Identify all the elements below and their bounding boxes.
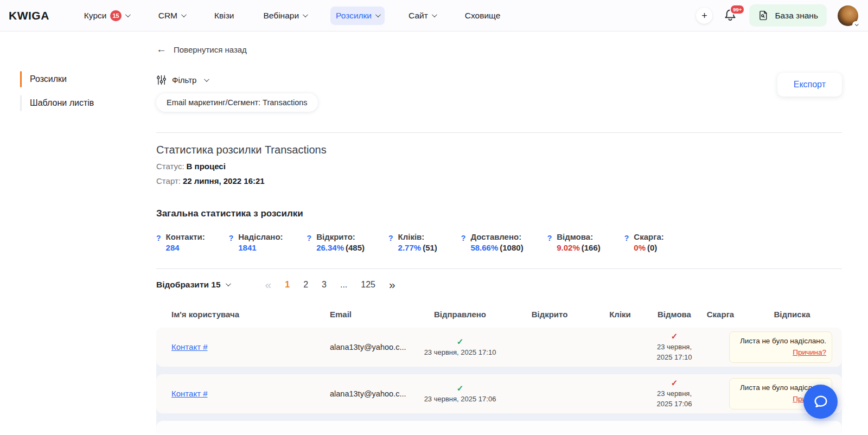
stat-value: 58.66%: [470, 243, 498, 252]
knowledge-base-button[interactable]: База знань: [749, 4, 827, 27]
indicator: [20, 95, 22, 111]
chevron-down-icon: [181, 12, 187, 17]
help-icon[interactable]: ?: [461, 234, 466, 252]
add-button[interactable]: +: [696, 8, 712, 24]
topbar-right: + 99+ База знань: [696, 4, 858, 27]
back-link-label: Повернутися назад: [174, 45, 247, 54]
avatar[interactable]: [838, 5, 858, 26]
nav-item-courses[interactable]: Курси 15: [79, 6, 135, 25]
help-icon[interactable]: ?: [388, 234, 393, 252]
chevron-down-icon: [204, 76, 209, 82]
sent-date: 23 червня, 2025 17:06: [411, 394, 509, 405]
nav-item-webinars[interactable]: Вебінари: [258, 7, 312, 25]
sent-check-icon: ✓: [411, 337, 509, 347]
sent-date: 23 червня, 2025 17:10: [411, 348, 509, 358]
top-navigation-bar: KWIGA Курси 15 CRM Квізи Вебінари Розсил…: [0, 0, 868, 31]
stat-value: 26.34%: [316, 243, 344, 252]
filter-toggle[interactable]: Фільтр: [156, 75, 318, 85]
stat-extra: (485): [346, 243, 365, 252]
page: KWIGA Курси 15 CRM Квізи Вебінари Розсил…: [0, 0, 868, 435]
nav-label: CRM: [158, 11, 177, 21]
help-icon[interactable]: ?: [156, 234, 161, 252]
nav-label: Сайт: [409, 11, 428, 21]
stat-extra: (1080): [500, 243, 523, 252]
nav-item-storage[interactable]: Сховище: [459, 7, 506, 25]
unsubscribe-notice: Листа не було надіслано. Причина?: [729, 331, 832, 363]
bounce-date-line2: 2025 17:10: [650, 353, 699, 363]
nav-item-site[interactable]: Сайт: [403, 7, 441, 25]
nav-label: Курси: [84, 11, 107, 21]
column-header-unsubscribe: Відписка: [742, 310, 842, 319]
stat-label: Надіслано:: [238, 232, 283, 241]
column-header-complaint: Скарга: [699, 310, 742, 319]
sent-check-icon: ✓: [411, 383, 509, 393]
main-content: ← Повернутися назад Фільтр Email маркети: [156, 31, 868, 435]
reason-link[interactable]: Причина?: [793, 348, 826, 356]
email-cell: alana13ty@yahoo.c...: [319, 343, 411, 351]
help-icon[interactable]: ?: [229, 234, 234, 252]
avatar-menu-chevron[interactable]: [852, 21, 860, 29]
unsubscribe-cell: Листа не було надіслано. Причина?: [742, 331, 842, 363]
notifications-button[interactable]: 99+: [723, 8, 738, 23]
stat-extra: (166): [582, 243, 601, 252]
sidebar-item-label: Розсилки: [30, 74, 67, 84]
export-button[interactable]: Експорт: [777, 73, 842, 97]
recipients-table: Ім'я користувача Email Відправлено Відкр…: [156, 302, 842, 434]
page-size-label: Відобразити 15: [156, 280, 221, 290]
chevron-down-icon: [125, 12, 131, 17]
stat-complaint: ? Скарга: 0%(0): [624, 232, 664, 252]
kwiga-logo[interactable]: KWIGA: [9, 9, 49, 22]
contact-link[interactable]: Контакт #: [171, 389, 208, 398]
pager-page-2[interactable]: 2: [303, 280, 308, 290]
divider: [156, 132, 842, 133]
stat-value: 284: [166, 243, 180, 252]
stats-row: ? Контакти: 284 ? Надіслано: 1841 ? Відк…: [156, 232, 842, 252]
back-link[interactable]: ← Повернутися назад: [156, 43, 842, 55]
stat-contacts: ? Контакти: 284: [156, 232, 205, 252]
sent-cell: ✓ 23 червня, 2025 17:06: [411, 383, 509, 405]
pager-next-button[interactable]: »: [389, 279, 395, 290]
column-header-name: Ім'я користувача: [156, 310, 319, 319]
pager: « 1 2 3 ... 125 »: [265, 279, 395, 290]
main-nav: Курси 15 CRM Квізи Вебінари Розсилки Сай…: [79, 6, 506, 25]
table-row: Контакт # alana13ty@yahoo.c... ✓ 23 черв…: [156, 374, 842, 413]
column-header-clicks: Кліки: [590, 310, 650, 319]
unsubscribe-text: Листа не було надіслано.: [740, 337, 826, 345]
pager-page-1[interactable]: 1: [285, 280, 290, 290]
chevron-down-icon: [375, 12, 381, 17]
nav-label: Розсилки: [336, 11, 372, 21]
stat-opened: ? Відкрито: 26.34%(485): [307, 232, 365, 252]
pager-prev-button[interactable]: «: [265, 279, 272, 290]
help-icon[interactable]: ?: [624, 234, 629, 252]
status-label: Статус:: [156, 162, 184, 171]
pagination-row: Відобразити 15 « 1 2 3 ... 125 »: [156, 279, 842, 290]
bounce-check-icon: ✓: [650, 331, 699, 341]
start-line: Старт:22 липня, 2022 16:21: [156, 176, 842, 185]
chat-bubble-icon: [812, 393, 830, 411]
column-header-opened: Відкрито: [509, 310, 590, 319]
filter-chip-segment[interactable]: Email маркетинг/Сегмент: Transactions: [156, 93, 318, 112]
help-icon[interactable]: ?: [547, 234, 552, 252]
pager-page-125[interactable]: 125: [361, 280, 375, 290]
nav-item-crm[interactable]: CRM: [153, 7, 190, 25]
sidebar-item-email-templates[interactable]: Шаблони листів: [0, 91, 156, 115]
nav-item-mailings[interactable]: Розсилки: [330, 7, 385, 25]
nav-item-quizzes[interactable]: Квізи: [209, 7, 239, 25]
table-header-row: Ім'я користувача Email Відправлено Відкр…: [156, 302, 842, 328]
chevron-down-icon: [854, 22, 858, 26]
pager-page-3[interactable]: 3: [322, 280, 327, 290]
contact-link[interactable]: Контакт #: [171, 342, 208, 351]
stat-label: Кліків:: [398, 232, 437, 241]
back-arrow-icon: ←: [156, 43, 167, 55]
help-icon[interactable]: ?: [307, 234, 312, 252]
bounce-date-line2: 2025 17:06: [650, 399, 699, 410]
nav-label: Сховище: [465, 11, 500, 21]
sidebar-item-mailings[interactable]: Розсилки: [0, 67, 156, 91]
stat-extra: (0): [647, 243, 657, 252]
page-size-selector[interactable]: Відобразити 15: [156, 280, 229, 290]
status-line: Статус:В процесі: [156, 162, 842, 171]
active-indicator: [20, 71, 22, 87]
stat-delivered: ? Доставлено: 58.66%(1080): [461, 232, 524, 252]
chat-widget-button[interactable]: [803, 385, 838, 419]
stat-label: Доставлено:: [470, 232, 523, 241]
